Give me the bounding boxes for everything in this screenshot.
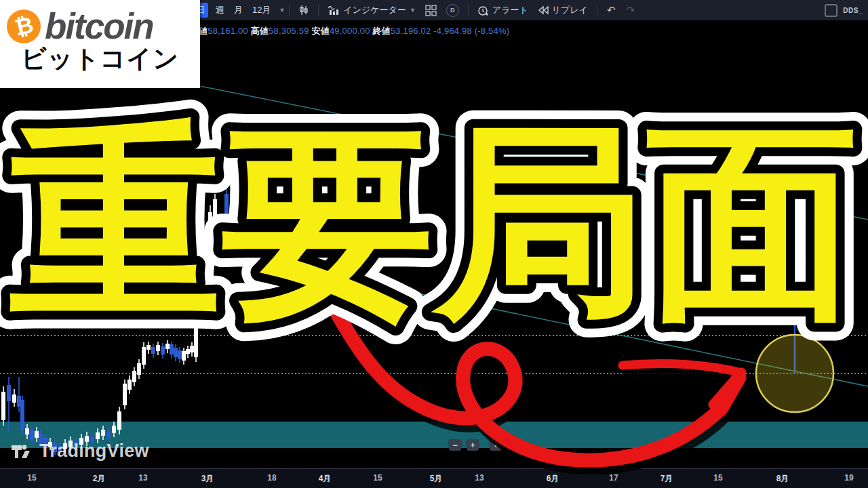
candle-body (161, 346, 165, 354)
scroll-left-button[interactable]: ‹ (490, 439, 502, 451)
axis-label-3月: 3月 (201, 473, 214, 485)
candle-body (20, 400, 24, 430)
low-value: 49,000.00 (330, 26, 370, 36)
candle-body (142, 347, 146, 365)
axis-label-15: 15 (713, 473, 722, 483)
chevron-down-icon: ▼ (410, 7, 416, 14)
candle-body (127, 380, 132, 390)
candle-body (156, 345, 160, 351)
candle-body (132, 371, 136, 382)
toolbar-divider (597, 4, 597, 16)
axis-label-8月: 8月 (776, 473, 789, 485)
bitcoin-logo-card: ₿ bitcoin ビットコイン (0, 0, 200, 88)
toolbar-left-group: 日 週 月 12月 ▼ (193, 0, 640, 20)
axis-label-13: 13 (138, 473, 147, 483)
candle-body (137, 363, 141, 375)
tradingview-watermark: TradingView (11, 441, 149, 462)
high-value: 58,305.59 (269, 26, 309, 36)
axis-label-17: 17 (609, 473, 618, 483)
date-axis[interactable]: 152月133月184月155月136月177月158月19 (0, 468, 868, 488)
candle-body (106, 432, 111, 436)
candle-body (170, 344, 174, 354)
toolbar-divider (318, 4, 319, 16)
undo-icon[interactable]: ↶ (607, 4, 616, 16)
high-label: 高値 (251, 26, 269, 36)
candle-body (182, 351, 186, 361)
scroll-right-button[interactable]: › (507, 439, 519, 451)
rewind-icon (538, 5, 549, 15)
candle-body (186, 349, 190, 354)
candles-group (1, 188, 233, 455)
candle-body (30, 430, 34, 441)
indicators-button[interactable]: インジケーター ▼ (328, 4, 415, 16)
close-label: 終値 (372, 26, 390, 36)
candle-body (112, 426, 116, 433)
highlight-circle (756, 335, 833, 412)
axis-label-18: 18 (267, 473, 276, 483)
ohlc-readout: 値58,161.00 高値58,305.59 安値49,000.00 終値53,… (199, 25, 509, 37)
axis-label-7月: 7月 (660, 473, 673, 485)
candlestick-icon (298, 5, 309, 16)
axis-label-6月: 6月 (547, 473, 559, 485)
candle-body (203, 243, 208, 279)
zoom-out-button[interactable]: − (449, 439, 461, 451)
candle-body (190, 346, 194, 352)
candle-body (117, 411, 121, 430)
toolbar-divider (289, 4, 290, 16)
alert-label: アラート (492, 4, 528, 16)
axis-label-5月: 5月 (430, 473, 443, 485)
candle-body (25, 428, 29, 434)
bitcoin-symbol: ₿ (12, 11, 36, 41)
bitcoin-wordmark: bitcoin (45, 5, 153, 47)
axis-label-15: 15 (373, 473, 382, 483)
chevron-down-icon[interactable]: ▼ (279, 7, 285, 14)
redo-icon[interactable]: ↷ (627, 4, 635, 16)
candle-body (229, 207, 233, 239)
thumbnail-stage: 日 週 月 12月 ▼ (0, 0, 868, 488)
candle-body (96, 432, 100, 439)
change-value: -4,964.98 (-8.54%) (433, 26, 509, 36)
layout-d-button[interactable]: D (446, 4, 459, 17)
axis-label-2月: 2月 (93, 473, 106, 485)
zoom-in-button[interactable]: + (467, 439, 479, 451)
candle-body (213, 199, 217, 225)
candle-body (35, 431, 39, 438)
candle-body (12, 394, 16, 403)
dds-checkbox[interactable] (825, 4, 837, 17)
timeframe-month-button[interactable]: 月 (234, 4, 243, 16)
candle-body (101, 430, 105, 436)
timeframe-week-button[interactable]: 週 (216, 4, 224, 16)
candle-body (199, 277, 203, 312)
toolbar-right-group: DDS_ (825, 0, 863, 20)
tradingview-logo-icon (11, 441, 34, 462)
grid-layout-icon (425, 5, 437, 16)
axis-label-4月: 4月 (319, 473, 332, 485)
open-value: 58,161.00 (208, 26, 248, 36)
axis-label-19: 19 (844, 473, 853, 483)
replay-label: リプレイ (552, 4, 588, 16)
dds-label: DDS_ (843, 7, 863, 14)
toolbar-divider (468, 4, 469, 16)
candle-body (194, 309, 198, 357)
candle-body (151, 347, 155, 354)
replay-button[interactable]: リプレイ (538, 4, 588, 16)
timeframe-12month-button[interactable]: 12月 (252, 4, 271, 16)
indicator-chart-icon (328, 5, 340, 16)
candle-body (208, 212, 212, 245)
candle-body (224, 194, 229, 216)
alert-button[interactable]: アラート (477, 4, 528, 16)
axis-label-15: 15 (27, 473, 36, 483)
alarm-clock-icon (477, 5, 489, 16)
bitcoin-logo-row: ₿ bitcoin (7, 5, 153, 47)
layout-grid-button[interactable] (425, 5, 437, 16)
trendline (197, 85, 868, 220)
candle-body (174, 348, 178, 357)
bitcoin-coin-icon: ₿ (7, 9, 41, 43)
candle-style-button[interactable] (298, 5, 309, 16)
candle-body (146, 345, 151, 350)
bitcoin-japanese-label: ビットコイン (0, 42, 200, 76)
candle-body (1, 392, 5, 420)
indicators-label: インジケーター (343, 4, 406, 16)
candle-body (7, 385, 11, 401)
axis-label-13: 13 (475, 473, 484, 483)
